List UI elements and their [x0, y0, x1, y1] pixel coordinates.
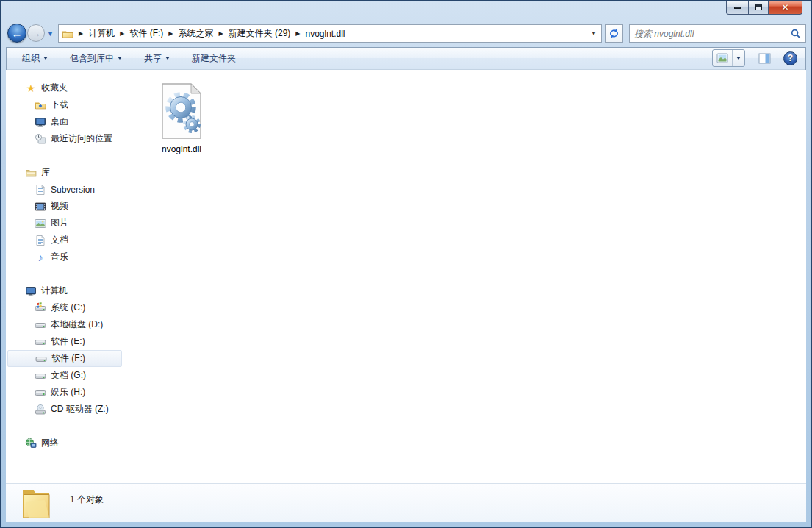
documents-label: 文档 [51, 234, 68, 246]
navigation-pane: ★ 收藏夹 下载 桌面 [6, 70, 123, 483]
music-label: 音乐 [51, 251, 68, 263]
preview-pane-button[interactable] [755, 50, 773, 66]
new-folder-label: 新建文件夹 [192, 52, 236, 65]
network-icon [25, 438, 37, 449]
back-button[interactable]: ← [7, 24, 26, 43]
chevron-down-icon [165, 57, 170, 60]
change-view-dropdown[interactable] [733, 50, 744, 66]
new-folder-button[interactable]: 新建文件夹 [190, 49, 237, 68]
address-dropdown-icon[interactable]: ▼ [591, 30, 597, 37]
share-label: 共享 [144, 52, 162, 65]
breadcrumb-arrow-icon[interactable]: ▶ [115, 30, 129, 37]
sidebar-item-desktop[interactable]: 桌面 [6, 113, 123, 130]
videos-label: 视频 [51, 200, 68, 213]
sidebar-item-drive-e[interactable]: 软件 (E:) [6, 333, 123, 350]
downloads-folder-icon [35, 99, 46, 111]
breadcrumb-segment-nvoglnt-dll[interactable]: nvoglnt.dll [305, 29, 345, 39]
sidebar-item-drive-f[interactable]: 软件 (F:) [7, 350, 122, 367]
cd-drive-z-label: CD 驱动器 (Z:) [51, 403, 109, 415]
breadcrumb-arrow-icon[interactable]: ▶ [73, 30, 88, 37]
close-icon: ✕ [781, 2, 788, 13]
sidebar-item-videos[interactable]: 视频 [6, 198, 123, 215]
pictures-label: 图片 [51, 217, 68, 229]
drive-icon [35, 353, 47, 365]
file-item-nvoglnt-dll[interactable]: nvoglnt.dll [145, 82, 218, 154]
sidebar-item-downloads[interactable]: 下载 [6, 96, 123, 113]
breadcrumb-segment-drive-f[interactable]: 软件 (F:) [129, 27, 163, 40]
sidebar-item-subversion[interactable]: Subversion [6, 181, 123, 198]
file-list-pane[interactable]: nvoglnt.dll [123, 70, 806, 483]
minimize-icon [734, 7, 741, 9]
views-icon [716, 53, 728, 63]
folder-large-icon [20, 487, 52, 521]
cd-drive-icon [35, 404, 46, 415]
minimize-button[interactable] [726, 1, 748, 15]
sidebar-item-pictures[interactable]: 图片 [6, 215, 123, 232]
sidebar-item-libraries[interactable]: 库 [6, 164, 123, 181]
drive-d-label: 本地磁盘 (D:) [51, 318, 103, 331]
details-pane: 1 个对象 [6, 483, 806, 522]
close-button[interactable]: ✕ [769, 1, 802, 15]
sidebar-item-favorites[interactable]: ★ 收藏夹 [6, 79, 123, 96]
sidebar-item-network[interactable]: 网络 [6, 435, 123, 452]
organize-button[interactable]: 组织 [21, 49, 49, 68]
dll-file-icon [159, 82, 204, 140]
drive-f-label: 软件 (F:) [51, 352, 85, 365]
sidebar-item-recent-places[interactable]: 最近访问的位置 [6, 130, 123, 147]
breadcrumb-arrow-icon[interactable]: ▶ [163, 30, 178, 37]
drive-icon [35, 370, 46, 382]
sidebar-item-cd-drive-z[interactable]: CD 驱动器 (Z:) [6, 401, 123, 418]
toolbar-right-controls: ? [712, 49, 797, 67]
command-toolbar: 组织 包含到库中 共享 新建文件夹 [6, 47, 806, 70]
refresh-button[interactable] [605, 24, 623, 43]
help-button[interactable]: ? [783, 51, 797, 65]
libraries-icon [25, 167, 37, 179]
drive-icon [35, 319, 46, 331]
computer-icon [25, 285, 37, 297]
restore-icon [755, 4, 762, 10]
favorites-section: ★ 收藏夹 下载 桌面 [6, 79, 123, 147]
search-icon[interactable] [791, 29, 801, 39]
music-note-icon: ♪ [35, 251, 46, 263]
sidebar-item-drive-h[interactable]: 娱乐 (H:) [6, 384, 123, 401]
breadcrumb-arrow-icon[interactable]: ▶ [290, 30, 305, 37]
file-name-label: nvoglnt.dll [145, 144, 218, 154]
forward-arrow-icon: → [32, 28, 41, 39]
breadcrumb-segment-computer[interactable]: 计算机 [88, 27, 115, 40]
libraries-section: 库 Subversion 视频 [6, 164, 123, 265]
breadcrumb-arrow-icon[interactable]: ▶ [213, 30, 228, 37]
sidebar-item-drive-d[interactable]: 本地磁盘 (D:) [6, 316, 123, 333]
chevron-down-icon [118, 57, 122, 60]
item-count-label: 1 个对象 [70, 493, 104, 506]
help-icon: ? [788, 53, 793, 63]
sidebar-item-computer[interactable]: 计算机 [6, 282, 123, 299]
sidebar-item-drive-c[interactable]: 系统 (C:) [6, 299, 123, 316]
videos-icon [35, 201, 46, 213]
chevron-down-icon [736, 57, 741, 60]
refresh-icon [608, 28, 619, 39]
sidebar-item-music[interactable]: ♪ 音乐 [6, 249, 123, 265]
recent-places-icon [35, 133, 46, 145]
restore-button[interactable] [748, 1, 769, 15]
change-view-button[interactable] [713, 50, 733, 66]
drive-c-label: 系统 (C:) [51, 302, 85, 314]
libraries-label: 库 [41, 166, 50, 179]
star-icon: ★ [25, 82, 37, 94]
computer-label: 计算机 [41, 285, 68, 297]
drive-h-label: 娱乐 (H:) [51, 386, 85, 399]
content-area: ★ 收藏夹 下载 桌面 [6, 70, 806, 483]
subversion-library-icon [35, 184, 46, 196]
sidebar-item-drive-g[interactable]: 文档 (G:) [6, 367, 123, 384]
breadcrumb-segment-xitongzhijia[interactable]: 系统之家 [178, 27, 213, 40]
include-in-library-button[interactable]: 包含到库中 [68, 49, 123, 68]
address-bar[interactable]: ▶ 计算机 ▶ 软件 (F:) ▶ 系统之家 ▶ 新建文件夹 (29) ▶ nv… [58, 24, 602, 43]
sidebar-item-documents[interactable]: 文档 [6, 232, 123, 249]
share-button[interactable]: 共享 [143, 49, 171, 68]
search-input[interactable] [634, 29, 791, 39]
recent-places-label: 最近访问的位置 [51, 132, 112, 145]
caption-buttons: ✕ [726, 1, 802, 15]
recent-pages-chevron-icon[interactable]: ▼ [47, 30, 54, 38]
forward-button[interactable]: → [27, 24, 45, 42]
breadcrumb-segment-new-folder-29[interactable]: 新建文件夹 (29) [229, 27, 291, 40]
downloads-label: 下载 [51, 99, 68, 111]
